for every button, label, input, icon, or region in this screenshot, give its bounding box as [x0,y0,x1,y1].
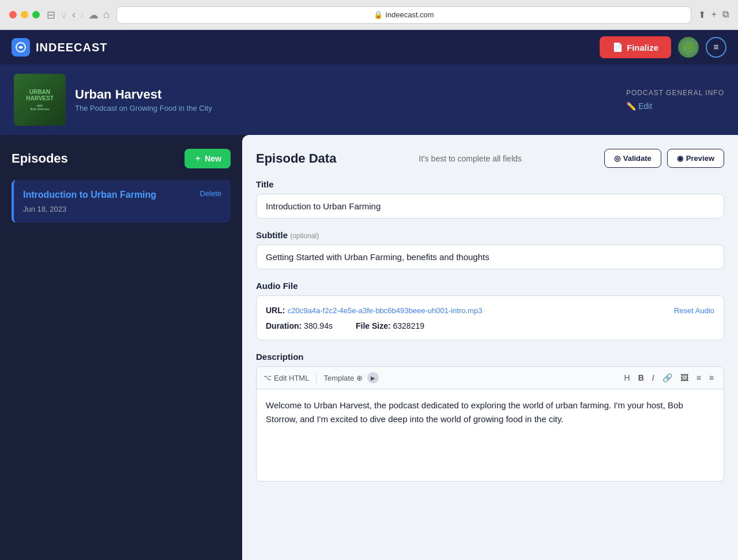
podcast-meta: PODCAST GENERAL INFO ✏️ Edit [626,89,724,111]
menu-button[interactable]: ≡ [706,37,726,58]
hamburger-icon: ≡ [713,42,718,52]
unordered-list-button[interactable]: ≡ [694,371,704,384]
description-label: Description [256,352,724,362]
podcast-meta-label: PODCAST GENERAL INFO [626,89,724,97]
bold-icon: B [638,373,644,382]
podcast-banner: URBANHARVEST withBob Storrow Urban Harve… [0,65,738,135]
browser-chrome: ⊟ ∨ ‹ › ☁ ⌂ 🔒 indeecast.com ⬆ + ⧉ [0,0,738,30]
play-button[interactable]: ▶ [367,372,379,384]
nav-chevron-icon: ∨ [60,9,67,21]
link-icon: 🔗 [662,373,672,382]
share-icon[interactable]: ⬆ [698,9,706,20]
podcast-text: Urban Harvest The Podcast on Growing Foo… [75,87,212,112]
duration-label: Duration: [266,321,302,330]
template-add-icon: ⊕ [356,374,363,382]
close-button[interactable] [9,11,17,18]
url-text: indeecast.com [386,10,434,19]
template-button[interactable]: Template ⊕ [323,374,363,382]
episode-data-panel: Episode Data It's best to complete all f… [242,135,738,560]
subtitle-optional-label: (optional) [290,232,319,240]
validate-label: Validate [623,154,652,163]
duration-value: 380.94s [304,321,333,330]
image-button[interactable]: 🖼 [677,371,691,384]
description-field-group: Description ⌥ Edit HTML Template ⊕ ▶ H [256,352,724,482]
toolbar-right: H B I 🔗 🖼 ≡ [622,371,717,384]
home-icon[interactable]: ⌂ [103,9,110,21]
audio-duration: Duration: 380.94s [266,321,333,330]
validate-button[interactable]: ◎ Validate [604,149,661,168]
browser-actions: ⬆ + ⧉ [698,9,729,20]
ordered-list-button[interactable]: ≡ [706,371,717,384]
audio-filesize: File Size: 6328219 [356,321,424,330]
episode-date: Jun 18, 2023 [23,205,221,213]
cloud-icon: ☁ [88,9,99,21]
description-text: Welcome to Urban Harvest, the podcast de… [266,400,683,424]
ul-icon: ≡ [696,373,701,382]
italic-icon: I [652,373,654,382]
podcast-title: Urban Harvest [75,87,212,102]
edit-label: Edit [638,102,652,111]
audio-url-prefix: URL: [266,306,285,315]
new-tab-icon[interactable]: + [711,9,717,20]
main-content: Episodes ＋ New Introduction to Urban Far… [0,135,738,560]
bold-button[interactable]: B [635,371,647,384]
address-bar[interactable]: 🔒 indeecast.com [116,6,691,24]
episode-data-actions: ◎ Validate ◉ Preview [604,149,724,168]
subtitle-field-group: Subtitle (optional) [256,230,724,269]
audio-url-row: URL: c20c9a4a-f2c2-4e5e-a3fe-bbc6b493bee… [266,305,714,315]
preview-icon: ◉ [677,154,683,163]
subtitle-label: Subtitle (optional) [256,230,724,240]
episode-title[interactable]: Introduction to Urban Farming [23,189,221,201]
app-name: INDEECAST [36,41,108,54]
code-icon: ⌥ [263,374,272,382]
link-button[interactable]: 🔗 [660,371,675,384]
logo-icon [12,38,30,57]
sidebar-toggle-icon[interactable]: ⊟ [47,9,55,21]
audio-url-link[interactable]: c20c9a4a-f2c2-4e5e-a3fe-bbc6b493beee-uh0… [288,306,483,315]
back-icon[interactable]: ‹ [72,9,76,21]
italic-button[interactable]: I [649,371,657,384]
description-editor[interactable]: Welcome to Urban Harvest, the podcast de… [256,389,724,482]
title-input[interactable] [256,194,724,219]
ol-icon: ≡ [709,373,714,382]
episode-data-header: Episode Data It's best to complete all f… [256,149,724,168]
finalize-button[interactable]: 📄 Finalize [600,36,671,58]
maximize-button[interactable] [32,11,40,18]
audio-url-text: URL: c20c9a4a-f2c2-4e5e-a3fe-bbc6b493bee… [266,305,482,315]
preview-button[interactable]: ◉ Preview [667,149,724,168]
audio-meta-row: Duration: 380.94s File Size: 6328219 [266,321,714,330]
thumb-sub: withBob Storrow [30,104,49,111]
edit-podcast-link[interactable]: ✏️ Edit [626,102,724,111]
edit-icon: ✏️ [626,102,636,111]
delete-episode-link[interactable]: Delete [199,189,221,198]
audio-label: Audio File [256,281,724,291]
podcast-subtitle: The Podcast on Growing Food in the City [75,104,212,112]
avatar[interactable]: 🌿 [678,37,699,58]
subtitle-input[interactable] [256,245,724,269]
preview-label: Preview [686,154,714,163]
episodes-panel: Episodes ＋ New Introduction to Urban Far… [0,135,242,560]
edit-html-label: Edit HTML [274,374,309,382]
minimize-button[interactable] [21,11,28,18]
finalize-icon: 📄 [612,42,623,52]
plus-icon: ＋ [194,153,202,164]
heading-button[interactable]: H [622,371,633,384]
title-field-group: Title [256,179,724,219]
lock-icon: 🔒 [374,10,383,19]
forward-icon[interactable]: › [80,9,84,21]
episodes-title: Episodes [12,151,68,166]
toolbar-divider [316,373,317,383]
edit-html-button[interactable]: ⌥ Edit HTML [263,374,309,382]
audio-field-group: Audio File URL: c20c9a4a-f2c2-4e5e-a3fe-… [256,281,724,340]
title-label: Title [256,179,724,189]
episode-data-title: Episode Data [256,151,336,166]
finalize-label: Finalize [627,43,658,52]
new-episode-button[interactable]: ＋ New [184,149,231,168]
filesize-label: File Size: [356,321,391,330]
browser-nav: ⊟ ∨ ‹ › ☁ ⌂ [47,9,110,21]
reset-audio-button[interactable]: Reset Audio [674,306,714,315]
new-label: New [205,154,221,163]
tabs-icon[interactable]: ⧉ [722,9,729,20]
heading-icon: H [624,373,630,382]
image-icon: 🖼 [680,373,688,382]
